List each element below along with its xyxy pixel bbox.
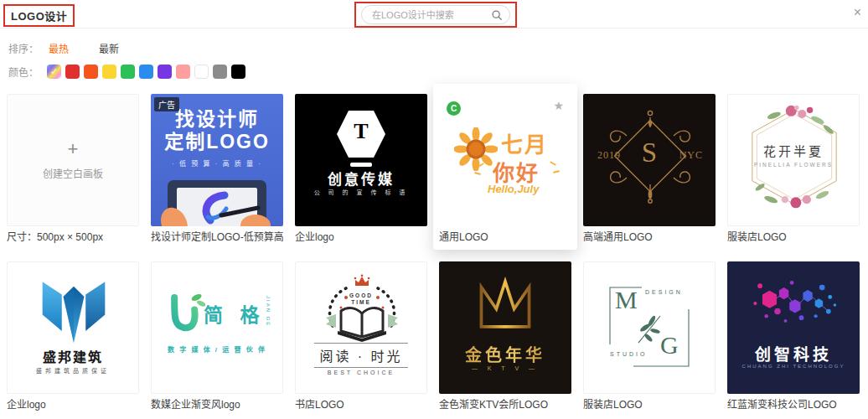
mg-monogram: M DESIGN G STUDIO [608,284,692,371]
logo-name: 阅读 · 时光 [314,343,408,368]
template-thumbnail[interactable]: M DESIGN G STUDIO [583,261,716,394]
ad-tagline: · 低 预 算 · 高 质 量 · [151,158,283,168]
search-icon[interactable] [491,9,503,21]
color-swatch-red[interactable] [65,65,80,79]
color-swatch-green[interactable] [121,65,135,79]
building-crystal-icon [34,277,113,344]
template-caption: 金色渐变KTV会所LOGO [439,399,571,411]
color-swatch-blue[interactable] [139,65,153,79]
ad-thumbnail[interactable]: 广告 找设计师 定制LOGO · 低 预 算 · 高 质 量 · [151,94,283,226]
check-icon: ✓ [50,66,58,77]
color-swatch-gray[interactable] [213,65,227,79]
logo-subtitle: — K T V — [439,365,571,371]
title-annotation-box: LOGO设计 [3,4,75,27]
logo-top-line2: TIME [296,299,426,306]
logo-subtitle: CHUANG ZHI TECHNOLOGY [727,364,860,369]
ad-badge: 广告 [154,97,179,111]
sort-label: 排序： [8,41,40,55]
sparkle [474,172,481,175]
template-caption: 书店LOGO [295,399,427,411]
template-caption: 数媒企业渐变风logo [151,399,283,411]
logo-top-text: GOOD TIME [296,292,426,306]
color-swatch-pink[interactable] [176,65,190,79]
card-ktv-logo: 金色年华 — K T V — 金色渐变KTV会所LOGO [439,261,571,411]
template-thumbnail[interactable]: 创智科技 CHUANG ZHI TECHNOLOGY [727,261,860,394]
template-thumbnail[interactable]: 盛邦建筑 盛邦建筑品质保证 [7,261,139,394]
copyright-badge: C [447,101,461,116]
template-caption: 服装店LOGO [583,399,716,411]
search-annotation-box [354,2,517,28]
logo-top-line1: GOOD [296,292,426,299]
hexagon-network-icon [746,275,841,334]
card-blank-canvas: + 创建空白画板 尺寸：500px × 500px [7,94,139,244]
sort-option-hot[interactable]: 最热 [49,41,69,55]
logo-name: 创意传媒 [295,168,427,189]
template-thumbnail[interactable]: 金色年华 — K T V — [439,261,571,394]
template-caption: 高端通用LOGO [583,231,716,244]
color-swatch-orange[interactable] [84,65,98,79]
logo-vertical-text: JIAN GE [266,296,271,327]
canvas-size-caption: 尺寸：500px × 500px [7,231,139,244]
color-label: 颜色： [8,65,40,79]
template-thumbnail[interactable]: T 创意传媒 公 司 的 宣 传 标 语 [295,94,427,226]
logo-word-studio: STUDIO [610,351,647,357]
color-swatch-black[interactable] [231,65,245,79]
gold-crown-icon [461,273,550,339]
template-caption: 红蓝渐变科技公司LOGO [727,399,860,411]
filter-panel: 排序： 最热 最新 颜色： ✓ [0,28,868,80]
card-ad: 广告 找设计师 定制LOGO · 低 预 算 · 高 质 量 · 找设计师定制L… [151,94,283,244]
logo-word-3: Hello,July [488,183,539,195]
color-swatch-multicolor[interactable]: ✓ [47,65,61,79]
card-monogram-logo: 2019 S NYC 高端通用LOGO [583,94,716,244]
template-caption: 找设计师定制LOGO-低预算高质量 [151,231,283,244]
close-icon[interactable]: × [854,6,861,19]
color-swatch-list: ✓ [47,65,250,79]
template-caption: 服装店LOGO [727,231,860,244]
template-thumbnail[interactable]: GOOD TIME 阅读 · 时光 BEST CHOICE [295,261,427,394]
blank-canvas-label: 创建空白画板 [43,166,103,180]
card-bookstore-logo: GOOD TIME 阅读 · 时光 BEST CHOICE 书店LOGO [295,261,427,411]
search-input[interactable] [372,10,491,20]
logo-subtitle: 盛邦建筑品质保证 [8,366,138,375]
hovered-template-card[interactable]: C ★ 七月 你好 Hel [433,84,577,250]
sparkle [550,161,556,166]
color-swatch-white[interactable] [194,65,209,79]
card-july-hovered: C ★ 七月 你好 Hel [439,94,571,244]
leaf-u-icon [165,291,205,338]
logo-word-design: DESIGN [645,289,683,295]
template-thumbnail[interactable]: 花开半夏 PINELLIA FLOWERS [727,94,860,226]
logo-name: 金色年华 [439,342,571,366]
book-crown-emblem [307,274,416,344]
card-floral-logo: 花开半夏 PINELLIA FLOWERS 服装店LOGO [727,94,860,244]
logo-word-1: 七月 [501,127,548,158]
ad-title-line1: 找设计师 [151,108,283,131]
template-grid: + 创建空白画板 尺寸：500px × 500px 广告 找设计师 定制LOGO… [0,94,868,411]
sort-option-new[interactable]: 最新 [99,41,119,55]
card-jiange-logo: 简 格 JIAN GE 数 字 媒 体 / 运 营 伙 伴 数媒企业渐变风log… [151,261,283,411]
template-thumbnail[interactable]: 2019 S NYC [583,94,716,226]
template-caption: 企业logo [295,231,427,244]
color-row: 颜色： ✓ [8,63,868,80]
search-bar[interactable] [361,5,510,24]
logo-subtitle: BEST CHOICE [296,370,426,375]
create-blank-canvas-button[interactable]: + 创建空白画板 [7,94,139,226]
tablet-illustration [154,177,280,226]
template-caption: 通用LOGO [439,231,571,244]
logo-subtitle: PINELLIA FLOWERS [728,162,859,168]
logo-name: 盛邦建筑 [8,346,138,366]
page-header: LOGO设计 × [0,0,868,28]
sparkle [553,170,560,173]
template-thumbnail[interactable]: 简 格 JIAN GE 数 字 媒 体 / 运 营 伙 伴 [151,261,283,394]
color-swatch-yellow[interactable] [102,65,116,79]
plus-icon: + [68,140,79,158]
logo-letter: T [295,119,427,144]
color-swatch-purple[interactable] [158,65,172,79]
card-mg-logo: M DESIGN G STUDIO 服装店LOGO [583,261,716,411]
template-thumbnail[interactable]: C ★ 七月 你好 Hel [439,94,571,226]
ad-title-line2: 定制LOGO [151,131,283,153]
logo-name: 花开半夏 [728,142,859,159]
logo-name: 创智科技 [727,342,860,365]
card-tech-logo: 创智科技 CHUANG ZHI TECHNOLOGY 红蓝渐变科技公司LOGO [727,261,860,411]
logo-letter-g: G [660,331,679,360]
favorite-star-icon[interactable]: ★ [553,99,564,112]
